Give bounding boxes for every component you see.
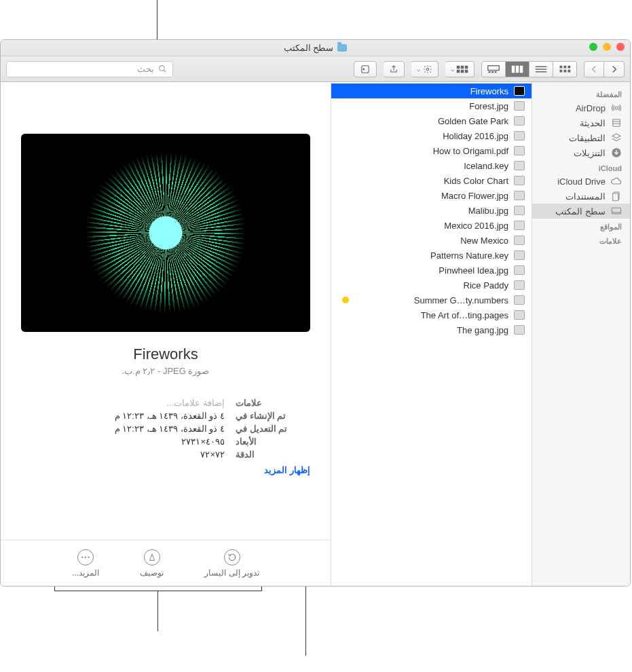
tags-value[interactable]: إضافة علامات... (21, 398, 225, 408)
file-name: Iceland.key (464, 161, 508, 171)
back-button[interactable] (584, 61, 604, 77)
rotate-icon (224, 549, 240, 565)
action-menu-button[interactable]: ⌵ (411, 61, 438, 77)
gallery-view-button[interactable] (481, 61, 506, 77)
file-name: Mexico 2016.jpg (444, 221, 508, 231)
finder-window: سطح المكتب بحث ⌵ ⌵ (0, 39, 631, 586)
file-row[interactable]: How to Origami.pdf (331, 143, 532, 158)
apps-icon (611, 132, 622, 143)
file-row[interactable]: New Mexico (331, 233, 532, 248)
sidebar-item-label: المستندات (565, 191, 606, 202)
recent-icon (611, 117, 622, 128)
search-placeholder: بحث (137, 64, 154, 74)
file-row[interactable]: Forest.jpg (331, 98, 532, 113)
file-row[interactable]: The gang.jpg (331, 322, 532, 337)
markup-label: توصيف (140, 568, 164, 578)
svg-rect-10 (488, 65, 500, 70)
sidebar-item[interactable]: المستندات (532, 189, 630, 204)
icons-icon (559, 65, 571, 73)
file-row[interactable]: Rice Paddy (331, 278, 532, 293)
sidebar-item[interactable]: الحديثة (532, 115, 630, 130)
sidebar-item[interactable]: سطح المكتب (532, 204, 630, 219)
svg-rect-7 (457, 69, 460, 73)
file-icon (514, 221, 525, 230)
file-row[interactable]: Pinwheel Idea.jpg (331, 263, 532, 278)
modified-value: ٤ ذو القعدة، ١٤٣٩ هـ، ١٢:٢٣ م (21, 424, 225, 434)
sidebar-item[interactable]: AirDrop (532, 100, 630, 115)
file-name: The Art of…ting.pages (421, 310, 508, 320)
svg-rect-25 (568, 69, 571, 72)
svg-rect-20 (560, 65, 563, 68)
file-icon (514, 280, 525, 290)
file-row[interactable]: Patterns Nature.key (331, 248, 532, 263)
file-column: FireworksForest.jpgGolden Gate ParkHolid… (331, 82, 532, 586)
file-icon (514, 206, 525, 215)
firework-image (84, 151, 247, 314)
zoom-button[interactable] (589, 43, 597, 51)
gear-icon (423, 64, 432, 74)
file-name: Holiday 2016.jpg (443, 131, 508, 141)
svg-point-2 (363, 69, 365, 70)
sidebar-item[interactable]: التطبيقات (532, 130, 630, 145)
file-icon (514, 265, 525, 275)
svg-rect-11 (489, 71, 491, 73)
icon-view-button[interactable] (553, 61, 577, 77)
chevron-down-icon: ⌵ (451, 66, 454, 73)
sidebar-item[interactable]: iCloud Drive (532, 174, 630, 189)
file-name: Golden Gate Park (438, 116, 508, 126)
file-row[interactable]: Summer G…ty.numbers (331, 293, 532, 307)
close-button[interactable] (616, 43, 625, 51)
file-row[interactable]: Mexico 2016.jpg (331, 218, 532, 233)
file-icon (514, 325, 525, 335)
quick-actions: تدوير إلى اليسار توصيف المزيد... (1, 540, 331, 586)
file-icon (514, 161, 525, 170)
markup-action[interactable]: توصيف (140, 549, 164, 578)
svg-line-1 (164, 70, 166, 72)
tags-button[interactable] (354, 61, 377, 77)
created-label: تم الإنشاء في (236, 411, 310, 421)
file-row[interactable]: Fireworks (331, 83, 532, 98)
gallery-icon (487, 65, 500, 73)
file-row[interactable]: Macro Flower.jpg (331, 188, 532, 203)
minimize-button[interactable] (603, 43, 611, 51)
dimensions-label: الأبعاد (236, 436, 310, 447)
file-row[interactable]: Iceland.key (331, 158, 532, 173)
list-view-button[interactable] (529, 61, 553, 77)
file-row[interactable]: Golden Gate Park (331, 113, 532, 128)
more-icon (77, 549, 94, 565)
forward-button[interactable] (604, 61, 625, 77)
svg-rect-5 (461, 65, 464, 69)
chevron-left-icon (591, 65, 597, 73)
tags-label: علامات (236, 398, 310, 408)
file-row[interactable]: Kids Color Chart (331, 173, 532, 188)
column-view-button[interactable] (506, 61, 529, 77)
traffic-lights (589, 43, 625, 51)
file-name: The gang.jpg (457, 325, 508, 335)
share-icon (389, 64, 398, 75)
svg-rect-9 (465, 69, 468, 73)
sidebar-item-label: AirDrop (576, 103, 606, 113)
show-more-link[interactable]: إظهار المزيد (21, 461, 310, 475)
rotate-action[interactable]: تدوير إلى اليسار (204, 549, 259, 578)
sidebar-section-header: علامات (532, 233, 630, 247)
sidebar-item[interactable]: التنزيلات (532, 145, 630, 160)
share-button[interactable] (384, 61, 405, 77)
file-row[interactable]: The Art of…ting.pages (331, 307, 532, 322)
chevron-right-icon (611, 65, 618, 73)
file-row[interactable]: Malibu.jpg (331, 203, 532, 218)
search-input[interactable]: بحث (6, 61, 173, 77)
docs-icon (611, 191, 622, 202)
preview-pane: Fireworks صورة JPEG - ٢٫٢ م.ب. علامات إض… (1, 82, 331, 586)
more-label: المزيد... (72, 568, 99, 578)
more-action[interactable]: المزيد... (72, 549, 99, 578)
file-row[interactable]: Holiday 2016.jpg (331, 128, 532, 143)
svg-rect-8 (461, 69, 464, 73)
resolution-value: ٧٢×٧٢ (21, 449, 225, 460)
dimensions-value: ٤٠٩٥×٢٧٣١ (21, 436, 225, 447)
svg-point-37 (88, 556, 90, 557)
svg-rect-14 (512, 65, 515, 73)
file-name: Pinwheel Idea.jpg (439, 265, 508, 276)
group-button[interactable]: ⌵ (445, 61, 475, 77)
file-name: Fireworks (470, 86, 508, 96)
nav-buttons (584, 61, 625, 77)
